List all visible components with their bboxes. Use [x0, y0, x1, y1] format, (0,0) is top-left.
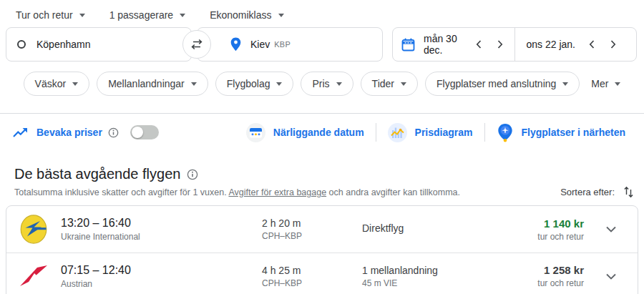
filter-chip-connecting-airports[interactable]: Flygplatser med anslutning: [425, 72, 580, 96]
departure-date-previous-button[interactable]: [474, 39, 483, 50]
filter-chip-baggage[interactable]: Väskor: [24, 72, 90, 96]
return-date-previous-button[interactable]: [587, 39, 596, 50]
origin-field[interactable]: Köpenhamn: [6, 27, 192, 62]
airline-name: Austrian: [61, 279, 262, 289]
flight-results-card: 13:20 – 16:40 Ukraine International 2 h …: [6, 205, 638, 294]
trip-type-dropdown[interactable]: Tur och retur: [16, 9, 85, 21]
info-icon[interactable]: [187, 169, 198, 180]
tool-buttons-group: Närliggande datum Prisdiagram: [235, 123, 637, 142]
chevron-left-icon: [589, 40, 595, 49]
nearby-airports-button[interactable]: Flygplatser i närheten: [485, 123, 637, 142]
caret-down-icon: [180, 14, 185, 17]
return-date-steppers: [587, 39, 618, 50]
caret-down-icon: [276, 82, 282, 86]
flight-route: CPH–KBP: [262, 231, 362, 241]
flight-stops-cell: Direktflyg: [362, 222, 516, 236]
expand-flight-cell[interactable]: [584, 273, 638, 280]
price-disclaimer: Totalsumma inklusive skatter och avgifte…: [14, 187, 460, 197]
nearby-airports-label: Flygplatser i närheten: [522, 127, 625, 138]
chevron-down-icon: [606, 226, 616, 232]
flight-price: 1 140 kr: [516, 217, 584, 230]
airline-name: Ukraine International: [61, 232, 262, 242]
swap-horizontal-icon: [190, 39, 203, 50]
filter-chips-row: Väskor Mellanlandningar Flygbolag Pris T…: [0, 71, 644, 97]
departure-date-half: mån 30 dec.: [401, 33, 514, 56]
expand-flight-cell[interactable]: [584, 226, 638, 232]
caret-down-icon: [72, 82, 78, 86]
flight-row-austrian[interactable]: 07:15 – 12:40 Austrian 4 h 25 m CPH–KBP …: [6, 253, 638, 294]
search-row: Köpenhamn Kiev KBP: [6, 27, 638, 62]
flight-row-ukraine-international[interactable]: 13:20 – 16:40 Ukraine International 2 h …: [6, 206, 638, 253]
chip-label: Väskor: [35, 78, 67, 89]
filter-chip-airlines[interactable]: Flygbolag: [215, 72, 294, 96]
price-graph-button[interactable]: Prisdiagram: [376, 123, 484, 142]
map-pin-plane-icon: [497, 123, 514, 142]
disclaimer-prefix: Totalsumma inklusive skatter och avgifte…: [14, 187, 228, 197]
airline-logo-cell: [6, 215, 61, 244]
trip-type-label: Tur och retur: [16, 9, 73, 21]
date-range-field: mån 30 dec. ons 22 jan.: [392, 27, 637, 62]
chevron-left-icon: [476, 40, 482, 49]
flight-stops-cell: 1 mellanlandning 45 m VIE: [362, 265, 516, 288]
filter-chip-times[interactable]: Tider: [361, 72, 418, 96]
flight-route: CPH–KBP: [262, 278, 362, 288]
flight-times: 13:20 – 16:40: [61, 217, 262, 230]
sort-label: Sortera efter:: [560, 187, 615, 197]
destination-airport-code: KBP: [274, 40, 291, 49]
flight-price-note: tur och retur: [516, 232, 584, 242]
google-flights-app: Tur och retur 1 passagerare Ekonomiklass…: [0, 0, 644, 294]
location-pin-icon: [230, 37, 241, 52]
caret-down-icon: [191, 82, 197, 86]
chip-label: Flygplatser med anslutning: [436, 78, 556, 89]
trending-up-icon: [13, 127, 28, 138]
origin-value: Köpenhamn: [36, 39, 91, 50]
flight-duration-cell: 4 h 25 m CPH–KBP: [262, 265, 362, 288]
filter-chip-price[interactable]: Pris: [301, 72, 353, 96]
flight-duration-cell: 2 h 20 m CPH–KBP: [262, 217, 362, 241]
return-date-next-button[interactable]: [609, 39, 618, 50]
extra-baggage-fees-link[interactable]: Avgifter för extra bagage: [228, 187, 326, 197]
results-heading-row: De bästa avgående flygen: [14, 166, 644, 182]
flight-times: 07:15 – 12:40: [61, 264, 262, 277]
more-label: Mer: [591, 78, 608, 89]
nearby-dates-label: Närliggande datum: [273, 127, 364, 138]
flight-stops: 1 mellanlandning: [362, 265, 516, 276]
filter-chip-stops[interactable]: Mellanlandningar: [97, 72, 208, 96]
chip-label: Tider: [372, 78, 394, 89]
caret-down-icon: [615, 82, 620, 86]
origin-destination-group: Köpenhamn Kiev KBP: [6, 27, 383, 62]
destination-value: Kiev: [250, 39, 270, 50]
departure-date-value[interactable]: mån 30 dec.: [424, 33, 474, 56]
passengers-dropdown[interactable]: 1 passagerare: [109, 9, 186, 21]
price-graph-label: Prisdiagram: [415, 127, 473, 138]
chip-label: Pris: [312, 78, 329, 89]
return-date-value[interactable]: ons 22 jan.: [527, 39, 576, 50]
sort-control[interactable]: Sortera efter:: [560, 186, 634, 198]
nearby-dates-button[interactable]: Närliggande datum: [235, 123, 376, 142]
flight-price-cell: 1 258 kr tur och retur: [516, 264, 584, 288]
tools-row: Bevaka priser: [0, 114, 644, 151]
track-prices-toggle[interactable]: [130, 125, 159, 139]
info-icon[interactable]: [108, 127, 119, 138]
chevron-down-icon: [606, 273, 616, 280]
swap-origin-destination-button[interactable]: [182, 30, 211, 59]
passengers-label: 1 passagerare: [109, 9, 174, 21]
calendar-icon: [401, 38, 415, 52]
sort-arrows-icon: [623, 186, 634, 198]
ukraine-international-logo: [20, 215, 47, 244]
caret-down-icon: [278, 14, 284, 17]
results-heading: De bästa avgående flygen: [14, 166, 180, 182]
colorful-calendar-icon: [246, 123, 265, 142]
flight-stops: Direktflyg: [362, 222, 516, 234]
flight-price-note: tur och retur: [516, 278, 584, 288]
caret-down-icon: [336, 82, 342, 86]
chevron-right-icon: [610, 40, 616, 49]
cabin-class-dropdown[interactable]: Ekonomiklass: [210, 9, 283, 21]
caret-down-icon: [401, 82, 406, 86]
track-prices-label: Bevaka priser: [36, 127, 102, 138]
airline-logo-cell: [6, 265, 61, 288]
filter-more-dropdown[interactable]: Mer: [591, 78, 620, 89]
destination-field[interactable]: Kiev KBP: [197, 27, 383, 62]
departure-date-next-button[interactable]: [496, 39, 504, 50]
track-prices-group: Bevaka priser: [13, 125, 159, 139]
